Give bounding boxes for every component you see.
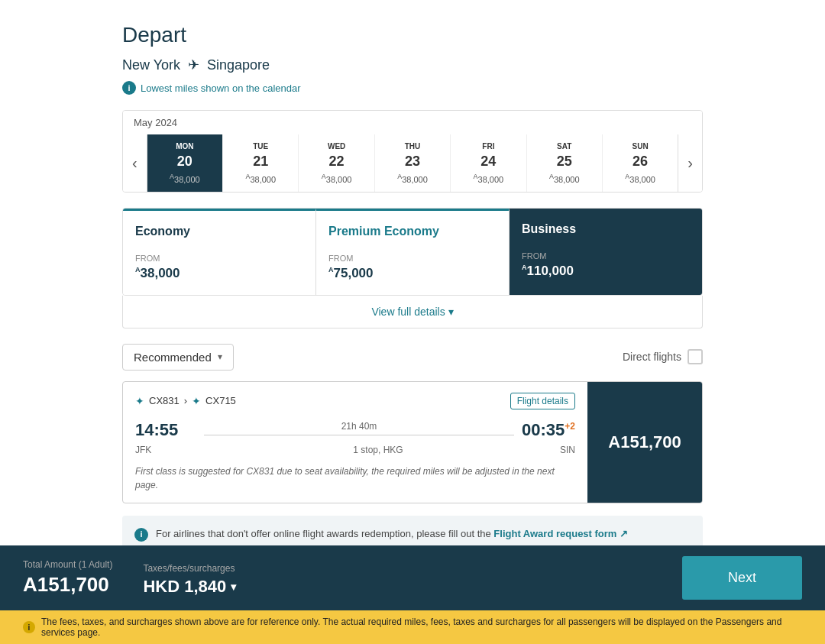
filter-row: Recommended ▾ Direct flights	[122, 344, 703, 371]
taxes-amount-group: Taxes/fees/surcharges HKD 1,840 ▾	[143, 563, 236, 597]
calendar-prev-button[interactable]: ‹	[123, 134, 147, 192]
flight-award-link[interactable]: Flight Award request form ↗	[493, 528, 628, 539]
depart-airport: JFK	[135, 445, 196, 455]
chevron-down-icon: ▾	[218, 351, 222, 362]
disclaimer-text: The fees, taxes, and surcharges shown ab…	[41, 616, 802, 638]
flight-code-text: CX831	[149, 395, 180, 406]
day-name-4: FRI	[454, 142, 522, 150]
next-button[interactable]: Next	[682, 556, 802, 600]
cabin-card-economy[interactable]: Economy FROM A38,000	[123, 209, 316, 295]
cabin-name-business: Business	[522, 222, 690, 236]
calendar-nav: ‹ MON 20 A38,000 TUE 21 A38,000 WED 22 A…	[123, 134, 702, 192]
calendar-day-1[interactable]: TUE 21 A38,000	[223, 134, 299, 192]
direct-flights-label: Direct flights	[623, 351, 681, 363]
cabin-card-premium[interactable]: Premium Economy FROM A75,000	[316, 209, 510, 295]
flight-header: ✦ CX831 › ✦ CX715 Flight details	[135, 393, 575, 409]
flight-card-left: ✦ CX831 › ✦ CX715 Flight details 14:55 2…	[123, 382, 587, 503]
total-miles-symbol: A	[23, 573, 37, 596]
route-row: New York ✈ Singapore	[122, 57, 703, 73]
sort-dropdown[interactable]: Recommended ▾	[122, 344, 234, 371]
flight-code-text-2: CX715	[205, 395, 236, 406]
bottom-bar-main: Total Amount (1 Adult) A151,700 Taxes/fe…	[0, 545, 825, 610]
flight-airports: JFK 1 stop, HKG SIN	[135, 445, 575, 455]
cabin-name-economy: Economy	[135, 225, 303, 238]
day-num-1: 21	[226, 154, 295, 170]
cabin-from-economy: FROM	[135, 254, 303, 263]
flight-codes: ✦ CX831 › ✦ CX715	[135, 395, 236, 407]
bottom-bar: Total Amount (1 Adult) A151,700 Taxes/fe…	[0, 545, 825, 644]
taxes-label: Taxes/fees/surcharges	[143, 563, 236, 574]
calendar-next-button[interactable]: ›	[678, 134, 702, 192]
cabin-name-premium: Premium Economy	[328, 225, 497, 238]
total-amount-group: Total Amount (1 Adult) A151,700	[23, 559, 112, 597]
notice-icon: i	[134, 528, 148, 542]
day-num-6: 26	[606, 154, 675, 170]
arrive-time: 00:35+2	[522, 420, 575, 440]
origin-city: New York	[122, 57, 180, 73]
flight-card[interactable]: ✦ CX831 › ✦ CX715 Flight details 14:55 2…	[122, 381, 703, 503]
price-miles-symbol: A	[608, 432, 620, 451]
day-name-3: THU	[378, 142, 447, 150]
flight-times: 14:55 21h 40m 00:35+2	[135, 420, 575, 440]
taxes-dropdown-icon[interactable]: ▾	[231, 581, 236, 593]
direct-flights-toggle[interactable]	[688, 349, 703, 364]
cabin-price-premium: A75,000	[328, 266, 497, 281]
day-num-3: 23	[378, 154, 447, 170]
page-title: Depart	[122, 23, 703, 47]
flight-note: First class is suggested for CX831 due t…	[135, 464, 575, 492]
day-miles-3: A38,000	[378, 173, 447, 184]
day-name-6: SUN	[606, 142, 675, 150]
cabin-price-business: A110,000	[522, 264, 690, 279]
duration-text: 21h 40m	[196, 421, 522, 432]
day-miles-2: A38,000	[302, 173, 370, 184]
calendar-month: May 2024	[123, 111, 702, 134]
calendar-day-5[interactable]: SAT 25 A38,000	[527, 134, 603, 192]
calendar-section: May 2024 ‹ MON 20 A38,000 TUE 21 A38,000…	[122, 110, 703, 193]
disclaimer-icon: i	[23, 621, 35, 633]
calendar-day-2[interactable]: WED 22 A38,000	[299, 134, 374, 192]
day-miles-0: A38,000	[150, 173, 219, 184]
cabin-cards: Economy FROM A38,000 Premium Economy FRO…	[122, 208, 703, 296]
route-arrow-icon: ✈	[188, 57, 199, 73]
day-name-5: SAT	[530, 142, 599, 150]
bottom-bar-amounts: Total Amount (1 Adult) A151,700 Taxes/fe…	[23, 559, 682, 597]
flight-arrow-icon: ›	[184, 395, 187, 406]
day-name-2: WED	[302, 142, 370, 150]
day-name-1: TUE	[226, 142, 295, 150]
arrive-plus: +2	[565, 420, 575, 431]
taxes-value: HKD 1,840 ▾	[143, 577, 236, 597]
view-full-details[interactable]: View full details ▾	[122, 296, 703, 328]
airline-icon-1: ✦	[135, 395, 144, 407]
duration-line	[204, 435, 514, 435]
day-miles-4: A38,000	[454, 173, 522, 184]
view-full-details-link[interactable]: View full details ▾	[371, 306, 453, 318]
total-amount-value: A151,700	[23, 573, 112, 597]
flight-card-right: A151,700	[587, 382, 702, 503]
cabin-from-business: FROM	[522, 251, 690, 261]
info-bar: i Lowest miles shown on the calendar	[122, 81, 703, 95]
flight-details-link[interactable]: Flight details	[510, 393, 575, 409]
day-num-5: 25	[530, 154, 599, 170]
calendar-day-3[interactable]: THU 23 A38,000	[375, 134, 451, 192]
calendar-day-4[interactable]: FRI 24 A38,000	[451, 134, 526, 192]
cabin-from-premium: FROM	[328, 254, 497, 263]
airline-icon-2: ✦	[192, 395, 201, 407]
calendar-day-0[interactable]: MON 20 A38,000	[147, 134, 223, 192]
total-amount-label: Total Amount (1 Adult)	[23, 559, 112, 570]
cabin-card-business[interactable]: Business FROM A110,000	[510, 209, 702, 295]
sort-label: Recommended	[134, 351, 212, 364]
flight-duration-info: 21h 40m	[196, 421, 522, 439]
day-miles-6: A38,000	[606, 173, 675, 184]
info-text: Lowest miles shown on the calendar	[141, 83, 301, 94]
arrive-airport: SIN	[560, 445, 575, 455]
info-icon: i	[122, 81, 136, 95]
day-num-4: 24	[454, 154, 522, 170]
day-num-2: 22	[302, 154, 370, 170]
cabin-price-economy: A38,000	[135, 266, 303, 281]
depart-time: 14:55	[135, 420, 196, 440]
destination-city: Singapore	[207, 57, 270, 73]
notice-text: For airlines that don't offer online fli…	[156, 526, 628, 542]
day-num-0: 20	[150, 154, 219, 170]
calendar-day-6[interactable]: SUN 26 A38,000	[603, 134, 678, 192]
bottom-bar-disclaimer: i The fees, taxes, and surcharges shown …	[0, 610, 825, 644]
